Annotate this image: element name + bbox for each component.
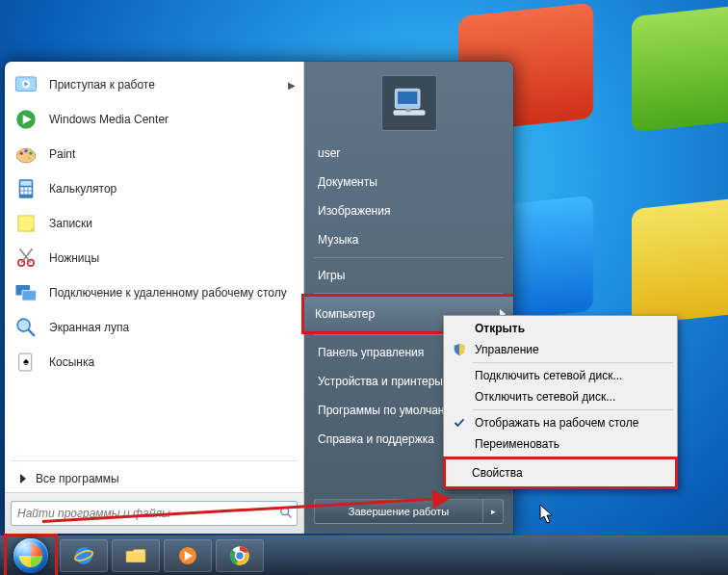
paint-icon xyxy=(13,141,39,168)
user-name[interactable]: user xyxy=(304,139,513,168)
taskbar-ie[interactable] xyxy=(60,539,108,572)
program-label: Paint xyxy=(49,147,75,161)
triangle-right-icon xyxy=(20,474,26,484)
right-pane-item[interactable]: Документы xyxy=(304,168,513,196)
search-input[interactable] xyxy=(15,506,279,521)
separator xyxy=(473,362,673,363)
taskbar-chrome[interactable] xyxy=(216,539,264,572)
chrome-icon xyxy=(227,543,252,568)
context-menu-item[interactable]: Переименовать xyxy=(446,433,675,455)
context-menu-item[interactable]: Открыть xyxy=(446,318,675,339)
wmp-icon xyxy=(175,543,200,568)
check-icon xyxy=(452,415,467,431)
user-picture[interactable] xyxy=(381,75,437,131)
program-getting-started[interactable]: Приступая к работе▶ xyxy=(7,67,301,102)
program-label: Приступая к работе xyxy=(49,78,155,91)
program-label: Записки xyxy=(49,217,92,230)
program-label: Ножницы xyxy=(49,251,99,265)
all-programs-label: Все программы xyxy=(36,472,119,485)
shutdown-button[interactable]: Завершение работы xyxy=(314,499,483,524)
program-label: Windows Media Center xyxy=(49,113,169,126)
search-icon xyxy=(279,506,293,522)
start-button-highlight xyxy=(4,534,58,575)
context-menu-item[interactable]: Подключить сетевой диск... xyxy=(446,365,675,386)
media-center-icon xyxy=(13,106,39,133)
context-menu-item[interactable]: Отключить сетевой диск... xyxy=(446,386,675,407)
program-label: Подключение к удаленному рабочему столу xyxy=(49,286,287,300)
shutdown-menu-button[interactable]: ▸ xyxy=(483,499,504,524)
shutdown-split-button[interactable]: Завершение работы ▸ xyxy=(314,499,504,524)
taskbar-explorer[interactable] xyxy=(112,539,160,572)
svg-line-22 xyxy=(21,248,32,263)
program-label: Калькулятор xyxy=(49,182,117,196)
svg-rect-11 xyxy=(20,181,31,186)
computer-icon xyxy=(388,82,430,124)
right-pane-item[interactable]: Игры xyxy=(304,261,513,290)
svg-point-9 xyxy=(28,156,31,159)
context-menu: ОткрытьУправлениеПодключить сетевой диск… xyxy=(443,315,678,489)
mouse-cursor-icon xyxy=(539,504,555,525)
search-area xyxy=(5,492,303,534)
program-paint[interactable]: Paint xyxy=(7,137,301,171)
svg-rect-35 xyxy=(405,109,411,113)
svg-line-31 xyxy=(288,513,292,517)
svg-point-7 xyxy=(24,149,27,152)
program-label: Косынка xyxy=(49,355,94,369)
svg-text:♠: ♠ xyxy=(23,355,29,367)
context-menu-label: Отображать на рабочем столе xyxy=(475,416,638,430)
svg-point-6 xyxy=(20,152,23,155)
right-pane-item[interactable]: Изображения xyxy=(304,196,513,225)
svg-rect-38 xyxy=(126,553,145,562)
program-magnifier[interactable]: Экранная лупа xyxy=(7,310,301,345)
start-menu: Приступая к работе▶Windows Media CenterP… xyxy=(4,61,514,535)
start-menu-left-pane: Приступая к работе▶Windows Media CenterP… xyxy=(5,62,304,534)
separator xyxy=(11,460,298,461)
folder-icon xyxy=(123,543,148,568)
svg-point-36 xyxy=(75,547,92,564)
program-solitaire[interactable]: ♠Косынка xyxy=(7,345,301,379)
all-programs[interactable]: Все программы xyxy=(5,465,303,492)
start-button[interactable] xyxy=(13,538,48,573)
program-snipping[interactable]: Ножницы xyxy=(7,241,301,275)
shield-icon xyxy=(452,342,467,357)
context-menu-label: Переименовать xyxy=(475,437,559,451)
submenu-arrow-icon: ▶ xyxy=(288,80,296,91)
rdp-icon xyxy=(13,279,39,306)
taskbar xyxy=(0,536,728,575)
svg-rect-13 xyxy=(24,187,27,190)
context-menu-label: Подключить сетевой диск... xyxy=(475,369,622,382)
magnifier-icon xyxy=(13,314,39,341)
taskbar-wmp[interactable] xyxy=(164,539,212,572)
context-menu-item[interactable]: Управление xyxy=(446,339,675,360)
program-label: Экранная лупа xyxy=(49,321,129,334)
svg-point-26 xyxy=(17,319,30,331)
program-calculator[interactable]: Калькулятор xyxy=(7,171,301,206)
context-menu-item[interactable]: Свойства xyxy=(443,457,678,489)
separator xyxy=(314,257,504,258)
svg-rect-17 xyxy=(28,191,31,194)
svg-rect-33 xyxy=(398,91,417,104)
solitaire-icon: ♠ xyxy=(13,349,39,376)
context-menu-item[interactable]: Отображать на рабочем столе xyxy=(446,412,675,433)
snipping-icon xyxy=(13,245,39,272)
calculator-icon xyxy=(13,175,39,202)
ie-icon xyxy=(71,543,96,568)
svg-rect-12 xyxy=(20,187,23,190)
program-sticky-notes[interactable]: Записки xyxy=(7,206,301,241)
context-menu-label: Управление xyxy=(475,343,539,356)
program-media-center[interactable]: Windows Media Center xyxy=(7,102,301,137)
context-menu-label: Открыть xyxy=(475,322,525,335)
svg-rect-15 xyxy=(20,191,23,194)
svg-rect-16 xyxy=(24,191,27,194)
separator xyxy=(473,409,673,410)
svg-point-8 xyxy=(29,152,32,155)
context-menu-label: Отключить сетевой диск... xyxy=(475,390,615,404)
svg-rect-25 xyxy=(22,291,37,301)
svg-point-30 xyxy=(281,507,289,514)
svg-line-27 xyxy=(28,329,35,336)
program-rdp[interactable]: Подключение к удаленному рабочему столу xyxy=(7,275,301,310)
getting-started-icon xyxy=(13,71,39,98)
right-pane-item[interactable]: Музыка xyxy=(304,225,513,254)
search-box[interactable] xyxy=(11,501,298,526)
svg-rect-14 xyxy=(28,187,31,190)
